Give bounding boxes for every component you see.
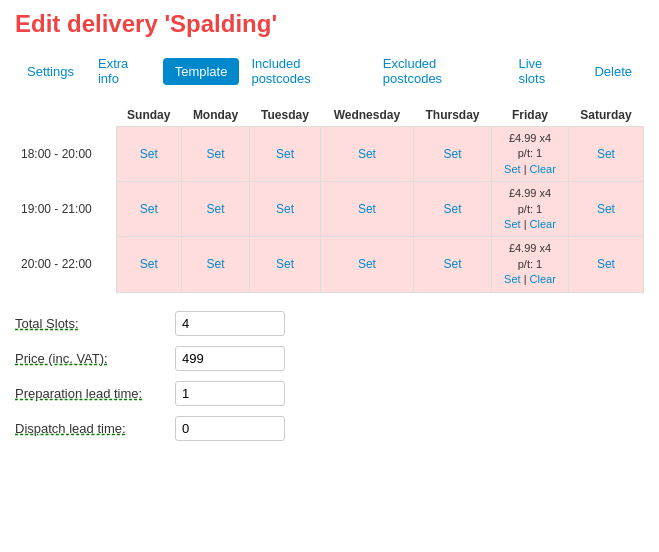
friday-price-2: £4.99 x4: [498, 241, 562, 256]
total-slots-input[interactable]: [175, 311, 285, 336]
thursday-set-link-2[interactable]: Set: [443, 257, 461, 271]
saturday-cell-2: Set: [568, 237, 643, 292]
schedule-table: Sunday Monday Tuesday Wednesday Thursday…: [15, 104, 644, 293]
nav-tabs: Settings Extra info Template Included po…: [15, 50, 644, 92]
friday-cell-2: £4.99 x4p/t: 1Set | Clear: [492, 237, 569, 292]
col-header-friday: Friday: [492, 104, 569, 127]
saturday-set-link-1[interactable]: Set: [597, 202, 615, 216]
page-title: Edit delivery 'Spalding': [15, 10, 644, 38]
tab-delete[interactable]: Delete: [582, 58, 644, 85]
tab-included-postcodes[interactable]: Included postcodes: [239, 50, 370, 92]
prep-label: Preparation lead time:: [15, 386, 175, 401]
saturday-cell-0: Set: [568, 127, 643, 182]
thursday-cell-0: Set: [413, 127, 491, 182]
tuesday-cell-2: Set: [250, 237, 321, 292]
saturday-set-link-0[interactable]: Set: [597, 147, 615, 161]
monday-set-link-0[interactable]: Set: [207, 147, 225, 161]
total-slots-label: Total Slots:: [15, 316, 175, 331]
monday-set-link-2[interactable]: Set: [207, 257, 225, 271]
friday-set-link-0[interactable]: Set: [504, 163, 521, 175]
friday-clear-link-0[interactable]: Clear: [530, 163, 556, 175]
wednesday-cell-0: Set: [320, 127, 413, 182]
tab-extra-info[interactable]: Extra info: [86, 50, 163, 92]
col-header-empty: [15, 104, 116, 127]
tab-live-slots[interactable]: Live slots: [506, 50, 582, 92]
monday-cell-0: Set: [182, 127, 250, 182]
dispatch-input[interactable]: [175, 416, 285, 441]
dispatch-label: Dispatch lead time:: [15, 421, 175, 436]
form-section: Total Slots: Price (inc. VAT): Preparati…: [15, 311, 644, 441]
tuesday-set-link-1[interactable]: Set: [276, 202, 294, 216]
saturday-set-link-2[interactable]: Set: [597, 257, 615, 271]
col-header-tuesday: Tuesday: [250, 104, 321, 127]
tab-template[interactable]: Template: [163, 58, 240, 85]
total-slots-row: Total Slots:: [15, 311, 644, 336]
dispatch-row: Dispatch lead time:: [15, 416, 644, 441]
monday-set-link-1[interactable]: Set: [207, 202, 225, 216]
sunday-set-link-1[interactable]: Set: [140, 202, 158, 216]
monday-cell-2: Set: [182, 237, 250, 292]
sunday-cell-0: Set: [116, 127, 182, 182]
sunday-set-link-2[interactable]: Set: [140, 257, 158, 271]
tuesday-cell-0: Set: [250, 127, 321, 182]
friday-pl-2: p/t: 1: [498, 257, 562, 272]
wednesday-set-link-1[interactable]: Set: [358, 202, 376, 216]
thursday-set-link-1[interactable]: Set: [443, 202, 461, 216]
thursday-cell-1: Set: [413, 182, 491, 237]
sunday-cell-1: Set: [116, 182, 182, 237]
tab-excluded-postcodes[interactable]: Excluded postcodes: [371, 50, 507, 92]
monday-cell-1: Set: [182, 182, 250, 237]
price-input[interactable]: [175, 346, 285, 371]
col-header-sunday: Sunday: [116, 104, 182, 127]
time-cell-0: 18:00 - 20:00: [15, 127, 116, 182]
tuesday-set-link-0[interactable]: Set: [276, 147, 294, 161]
col-header-monday: Monday: [182, 104, 250, 127]
wednesday-cell-2: Set: [320, 237, 413, 292]
friday-set-link-1[interactable]: Set: [504, 218, 521, 230]
friday-pl-0: p/t: 1: [498, 146, 562, 161]
friday-price-0: £4.99 x4: [498, 131, 562, 146]
wednesday-cell-1: Set: [320, 182, 413, 237]
sunday-set-link-0[interactable]: Set: [140, 147, 158, 161]
friday-price-1: £4.99 x4: [498, 186, 562, 201]
wednesday-set-link-0[interactable]: Set: [358, 147, 376, 161]
col-header-saturday: Saturday: [568, 104, 643, 127]
price-row: Price (inc. VAT):: [15, 346, 644, 371]
tab-settings[interactable]: Settings: [15, 58, 86, 85]
sunday-cell-2: Set: [116, 237, 182, 292]
tuesday-cell-1: Set: [250, 182, 321, 237]
wednesday-set-link-2[interactable]: Set: [358, 257, 376, 271]
friday-pl-1: p/t: 1: [498, 202, 562, 217]
thursday-set-link-0[interactable]: Set: [443, 147, 461, 161]
col-header-thursday: Thursday: [413, 104, 491, 127]
friday-clear-link-1[interactable]: Clear: [530, 218, 556, 230]
friday-cell-1: £4.99 x4p/t: 1Set | Clear: [492, 182, 569, 237]
prep-input[interactable]: [175, 381, 285, 406]
friday-clear-link-2[interactable]: Clear: [530, 273, 556, 285]
tuesday-set-link-2[interactable]: Set: [276, 257, 294, 271]
friday-set-link-2[interactable]: Set: [504, 273, 521, 285]
col-header-wednesday: Wednesday: [320, 104, 413, 127]
thursday-cell-2: Set: [413, 237, 491, 292]
time-cell-2: 20:00 - 22:00: [15, 237, 116, 292]
time-cell-1: 19:00 - 21:00: [15, 182, 116, 237]
saturday-cell-1: Set: [568, 182, 643, 237]
price-label: Price (inc. VAT):: [15, 351, 175, 366]
prep-row: Preparation lead time:: [15, 381, 644, 406]
friday-cell-0: £4.99 x4p/t: 1Set | Clear: [492, 127, 569, 182]
